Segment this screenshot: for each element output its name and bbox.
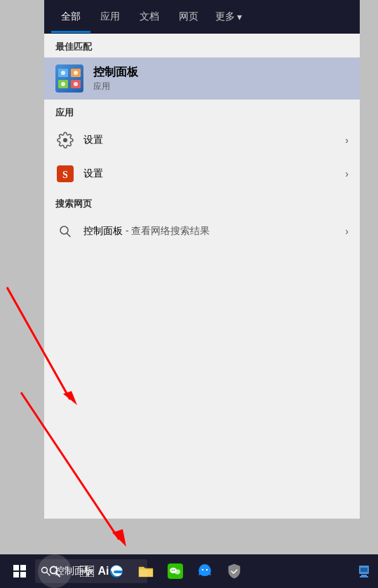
best-match-subtitle: 应用 xyxy=(93,81,138,93)
svg-rect-31 xyxy=(361,575,367,576)
sogou-icon: S xyxy=(55,164,75,184)
svg-point-28 xyxy=(202,569,203,570)
app-name-settings1: 设置 xyxy=(83,134,337,146)
taskbar-search-text: 控制面板 xyxy=(55,565,94,577)
tabs-bar: 全部 应用 文档 网页 更多 ▾ xyxy=(44,0,360,34)
start-button[interactable] xyxy=(3,554,36,588)
svg-rect-33 xyxy=(360,568,367,572)
svg-point-25 xyxy=(172,570,173,571)
search-panel: 全部 应用 文档 网页 更多 ▾ 最佳匹配 xyxy=(44,0,360,519)
tab-more[interactable]: 更多 ▾ xyxy=(208,1,249,33)
best-match-section: 最佳匹配 控制面板 xyxy=(44,34,360,100)
apps-section: 应用 设置 › S 设置 › xyxy=(44,100,360,191)
svg-line-35 xyxy=(47,573,50,576)
svg-point-4 xyxy=(61,71,65,75)
best-match-text: 控制面板 应用 xyxy=(93,65,138,93)
chevron-right-icon2: › xyxy=(345,168,349,179)
taskbar: 控制面板 xyxy=(0,554,378,588)
svg-point-29 xyxy=(206,569,208,570)
svg-point-27 xyxy=(175,570,180,575)
ai-label: Ai xyxy=(98,565,109,577)
app-name-settings2: 设置 xyxy=(83,167,337,180)
chevron-down-icon: ▾ xyxy=(237,11,242,22)
tab-web[interactable]: 网页 xyxy=(169,1,208,33)
tab-docs[interactable]: 文档 xyxy=(130,1,169,33)
web-search-item[interactable]: 控制面板 - 查看网络搜索结果 › xyxy=(44,214,360,248)
wechat-button[interactable] xyxy=(161,554,189,588)
svg-marker-37 xyxy=(112,529,126,547)
web-search-section: 搜索网页 控制面板 - 查看网络搜索结果 › xyxy=(44,191,360,248)
tab-all[interactable]: 全部 xyxy=(51,1,90,33)
tab-apps[interactable]: 应用 xyxy=(90,1,130,33)
search-web-icon xyxy=(55,221,75,241)
security-button[interactable] xyxy=(220,554,248,588)
best-match-title: 控制面板 xyxy=(93,65,138,80)
svg-line-11 xyxy=(67,233,71,237)
web-suffix: - 查看网络搜索结果 xyxy=(123,225,210,236)
app-item-settings-system[interactable]: 设置 › xyxy=(44,123,360,157)
control-panel-icon xyxy=(55,64,83,93)
empty-space xyxy=(44,248,360,519)
settings-gear-icon xyxy=(55,130,75,150)
svg-point-7 xyxy=(74,82,78,86)
svg-rect-13 xyxy=(20,565,26,570)
web-query: 控制面板 xyxy=(83,225,123,236)
ai-badge: Ai xyxy=(89,554,118,588)
svg-rect-12 xyxy=(13,565,19,570)
chevron-right-icon3: › xyxy=(345,226,349,237)
chevron-right-icon1: › xyxy=(345,135,349,146)
svg-rect-14 xyxy=(13,572,19,577)
svg-text:S: S xyxy=(62,170,68,180)
svg-rect-15 xyxy=(20,572,26,577)
svg-point-6 xyxy=(61,82,65,86)
tray-icon-settings[interactable] xyxy=(353,554,375,588)
app-item-settings-sogou[interactable]: S 设置 › xyxy=(44,157,360,191)
best-match-item-control-panel[interactable]: 控制面板 应用 xyxy=(44,57,360,100)
qq-button[interactable] xyxy=(191,554,219,588)
web-section-label: 搜索网页 xyxy=(44,191,360,214)
svg-rect-32 xyxy=(360,576,368,577)
web-search-text: 控制面板 - 查看网络搜索结果 xyxy=(83,225,337,238)
svg-point-5 xyxy=(74,71,78,75)
best-match-label: 最佳匹配 xyxy=(44,34,360,57)
apps-section-label: 应用 xyxy=(44,100,360,123)
system-tray xyxy=(353,554,375,588)
svg-point-26 xyxy=(174,570,175,571)
